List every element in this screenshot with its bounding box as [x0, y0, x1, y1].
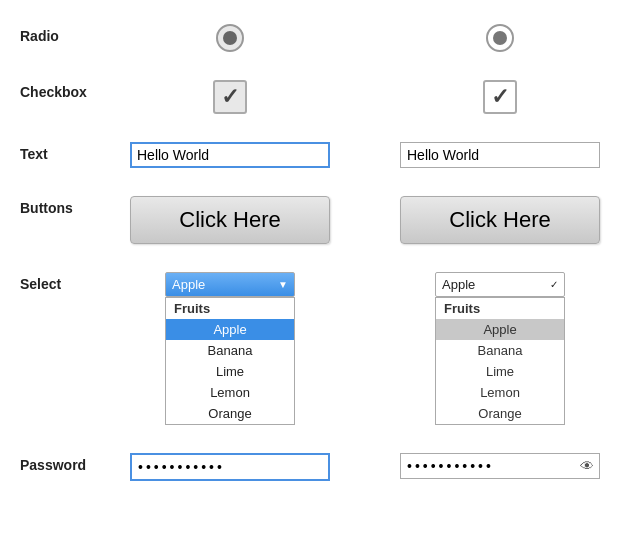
click-here-button-1[interactable]: Click Here	[130, 196, 330, 244]
button-col-1: Click Here	[110, 196, 350, 244]
dropdown-item-orange-1[interactable]: Orange	[166, 403, 294, 424]
dropdown-item-banana-1[interactable]: Banana	[166, 340, 294, 361]
buttons-cols: Click Here Click Here	[110, 196, 620, 244]
checkmark-1: ✓	[221, 86, 239, 108]
dropdown-item-lemon-1[interactable]: Lemon	[166, 382, 294, 403]
checkbox-col-2: ✓	[380, 80, 620, 114]
eye-icon[interactable]: 👁	[580, 458, 594, 474]
password-col-2: 👁	[380, 453, 620, 481]
select-row: Select Apple ▼ Fruits Apple Banana Lime …	[20, 258, 620, 439]
chevron-down-icon-2: ✓	[550, 279, 558, 290]
select-wrap-2: Apple ✓ Fruits Apple Banana Lime Lemon O…	[435, 272, 565, 425]
password-wrap-2: 👁	[400, 453, 600, 479]
button-col-2: Click Here	[380, 196, 620, 244]
select-cols: Apple ▼ Fruits Apple Banana Lime Lemon O…	[110, 272, 620, 425]
chevron-down-icon-1: ▼	[278, 279, 288, 290]
click-here-button-2[interactable]: Click Here	[400, 196, 600, 244]
checkbox-1[interactable]: ✓	[213, 80, 247, 114]
text-label: Text	[20, 142, 110, 162]
text-cols	[110, 142, 620, 168]
dropdown-item-orange-2[interactable]: Orange	[436, 403, 564, 424]
dropdown-item-lime-2[interactable]: Lime	[436, 361, 564, 382]
dropdown-item-lemon-2[interactable]: Lemon	[436, 382, 564, 403]
main-container: Radio Checkbox ✓	[0, 0, 640, 505]
radio-button-2[interactable]	[486, 24, 514, 52]
password-row: Password 👁	[20, 439, 620, 495]
radio-row: Radio	[20, 10, 620, 66]
password-input-2[interactable]	[400, 453, 600, 479]
dropdown-item-apple-1[interactable]: Apple	[166, 319, 294, 340]
checkbox-label: Checkbox	[20, 80, 110, 100]
buttons-row: Buttons Click Here Click Here	[20, 182, 620, 258]
password-input-1[interactable]	[130, 453, 330, 481]
dropdown-group-1: Fruits	[166, 298, 294, 319]
buttons-label: Buttons	[20, 196, 110, 216]
dropdown-group-2: Fruits	[436, 298, 564, 319]
radio-col-1	[110, 24, 350, 52]
radio-col-2	[380, 24, 620, 52]
password-col-1	[110, 453, 350, 481]
checkbox-col-1: ✓	[110, 80, 350, 114]
dropdown-item-apple-2[interactable]: Apple	[436, 319, 564, 340]
select-col-1: Apple ▼ Fruits Apple Banana Lime Lemon O…	[110, 272, 350, 425]
radio-cols	[110, 24, 620, 52]
select-wrap-1: Apple ▼ Fruits Apple Banana Lime Lemon O…	[165, 272, 295, 425]
checkmark-2: ✓	[491, 86, 509, 108]
radio-button-1[interactable]	[216, 24, 244, 52]
radio-dot-2	[493, 31, 507, 45]
password-wrap-1	[130, 453, 330, 481]
select-dropdown-2[interactable]: Apple ✓	[435, 272, 565, 297]
select-label: Select	[20, 272, 110, 292]
dropdown-2: Fruits Apple Banana Lime Lemon Orange	[435, 297, 565, 425]
checkbox-2[interactable]: ✓	[483, 80, 517, 114]
radio-dot-1	[223, 31, 237, 45]
checkbox-cols: ✓ ✓	[110, 80, 620, 114]
select-dropdown-1[interactable]: Apple ▼	[165, 272, 295, 297]
select-col-2: Apple ✓ Fruits Apple Banana Lime Lemon O…	[380, 272, 620, 425]
radio-label: Radio	[20, 24, 110, 44]
text-col-1	[110, 142, 350, 168]
dropdown-item-banana-2[interactable]: Banana	[436, 340, 564, 361]
select-value-1: Apple	[172, 277, 205, 292]
dropdown-item-lime-1[interactable]: Lime	[166, 361, 294, 382]
text-input-2[interactable]	[400, 142, 600, 168]
checkbox-row: Checkbox ✓ ✓	[20, 66, 620, 128]
text-col-2	[380, 142, 620, 168]
select-value-2: Apple	[442, 277, 475, 292]
password-cols: 👁	[110, 453, 620, 481]
text-input-1[interactable]	[130, 142, 330, 168]
text-row: Text	[20, 128, 620, 182]
password-label: Password	[20, 453, 110, 473]
dropdown-1: Fruits Apple Banana Lime Lemon Orange	[165, 297, 295, 425]
